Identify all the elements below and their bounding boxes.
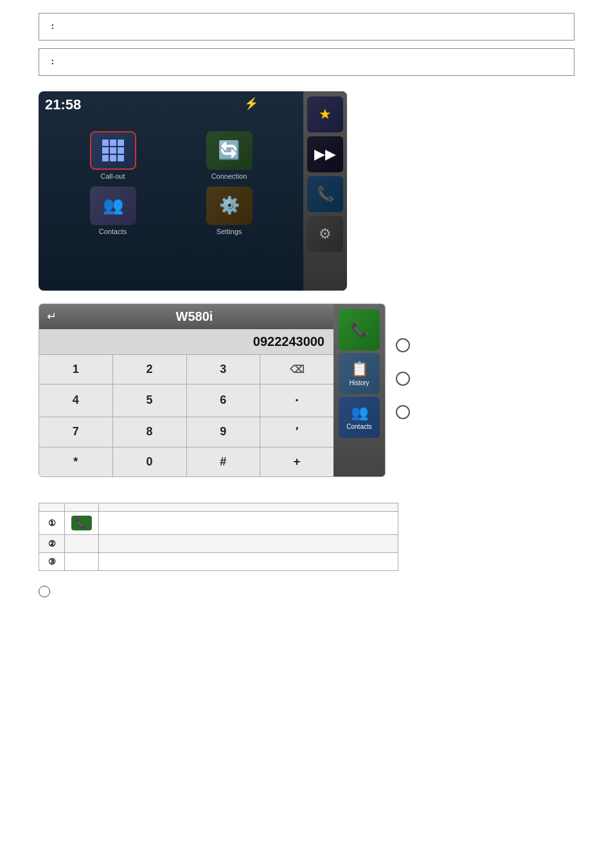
row3-icon <box>65 552 99 570</box>
table-row-1: ① 📞 <box>39 511 398 534</box>
dialpad-header: ↵ W580i <box>39 304 333 329</box>
key-dot[interactable]: · <box>260 384 333 417</box>
contacts-icon: 👥 <box>351 404 368 421</box>
phone-main-area: 21:58 ⚡ Call-out <box>39 91 303 291</box>
info-box-1-label: ： <box>48 21 57 31</box>
battery-icon: ⚡ <box>244 96 258 111</box>
phone-screen-container: 21:58 ⚡ Call-out <box>39 91 574 291</box>
dialpad-wrapper: ↵ W580i 0922243000 1 2 3 ⌫ 4 5 6 · 7 8 9… <box>39 303 574 490</box>
circle-3 <box>396 405 410 419</box>
key-5[interactable]: 5 <box>113 384 186 417</box>
key-apos[interactable]: ʼ <box>260 417 333 447</box>
dialpad-main: ↵ W580i 0922243000 1 2 3 ⌫ 4 5 6 · 7 8 9… <box>39 304 333 476</box>
row1-desc <box>99 511 398 534</box>
bottom-circle <box>39 586 50 597</box>
info-box-1: ： <box>39 13 574 41</box>
contacts-label: Contacts <box>346 423 371 430</box>
dialpad-right-panel: 📞 📋 History 👥 Contacts <box>333 304 385 476</box>
phone-time: 21:58 <box>45 96 81 113</box>
connection-icon: 🔄 <box>218 140 240 161</box>
key-hash[interactable]: # <box>187 448 260 476</box>
table-row-2: ② <box>39 534 398 552</box>
row3-desc <box>99 552 398 570</box>
col-num-header <box>39 503 65 511</box>
phone-icons-grid: Call-out 🔄 Connection 👥 Contacts <box>45 131 297 235</box>
key-4[interactable]: 4 <box>39 384 112 417</box>
row2-num: ② <box>39 534 65 552</box>
row2-icon <box>65 534 99 552</box>
dialpad-number-display: 0922243000 <box>39 329 333 355</box>
sidebar-music[interactable]: ▶▶ <box>307 136 343 172</box>
phone-screen: 21:58 ⚡ Call-out <box>39 91 347 291</box>
phone-sidebar: ★ ▶▶ 📞 ⚙ <box>303 91 347 291</box>
key-7[interactable]: 7 <box>39 417 112 447</box>
table-row-header <box>39 503 398 511</box>
row3-num: ③ <box>39 552 65 570</box>
bottom-section <box>39 584 574 599</box>
contacts-icon: 👥 <box>103 195 123 215</box>
table-row-3: ③ <box>39 552 398 570</box>
dialpad-title: W580i <box>63 309 326 324</box>
callout-label: Call-out <box>101 172 125 180</box>
col-icon-header <box>65 503 99 511</box>
circle-1 <box>396 338 410 352</box>
call-button[interactable]: 📞 <box>339 309 380 350</box>
key-2[interactable]: 2 <box>113 355 186 384</box>
key-0[interactable]: 0 <box>113 448 186 476</box>
history-button[interactable]: 📋 History <box>339 353 380 394</box>
reference-table: ① 📞 ② ③ <box>39 503 398 571</box>
contacts-button[interactable]: 👥 Contacts <box>339 397 380 438</box>
key-9[interactable]: 9 <box>187 417 260 447</box>
key-1[interactable]: 1 <box>39 355 112 384</box>
settings-icon: ⚙️ <box>219 195 240 215</box>
sidebar-phone[interactable]: 📞 <box>307 176 343 212</box>
phone-call-icon: 📞 <box>71 516 92 530</box>
settings-icon-item[interactable]: ⚙️ Settings <box>174 186 284 235</box>
circles-column <box>396 303 410 429</box>
settings-label: Settings <box>217 228 242 235</box>
key-delete[interactable]: ⌫ <box>260 355 333 384</box>
key-8[interactable]: 8 <box>113 417 186 447</box>
row1-icon: 📞 <box>65 511 99 534</box>
connection-icon-item[interactable]: 🔄 Connection <box>174 131 284 180</box>
info-box-2-label: ： <box>48 57 57 66</box>
bottom-text <box>39 584 574 599</box>
contacts-label: Contacts <box>99 228 127 235</box>
row1-num: ① <box>39 511 65 534</box>
circle-2 <box>396 372 410 386</box>
col-desc-header <box>99 503 398 511</box>
sidebar-star[interactable]: ★ <box>307 96 343 132</box>
key-plus[interactable]: + <box>260 448 333 476</box>
sidebar-gear[interactable]: ⚙ <box>307 216 343 252</box>
call-icon: 📞 <box>351 321 368 338</box>
dialpad-container: ↵ W580i 0922243000 1 2 3 ⌫ 4 5 6 · 7 8 9… <box>39 303 386 477</box>
dialpad-back-icon[interactable]: ↵ <box>47 309 57 323</box>
callout-icon-item[interactable]: Call-out <box>58 131 168 180</box>
key-6[interactable]: 6 <box>187 384 260 417</box>
info-box-2: ： <box>39 48 574 76</box>
key-star[interactable]: * <box>39 448 112 476</box>
history-icon: 📋 <box>351 361 368 377</box>
row2-desc <box>99 534 398 552</box>
key-3[interactable]: 3 <box>187 355 260 384</box>
dialpad-grid: 1 2 3 ⌫ 4 5 6 · 7 8 9 ʼ * 0 # + <box>39 355 333 476</box>
contacts-icon-item[interactable]: 👥 Contacts <box>58 186 168 235</box>
connection-label: Connection <box>211 172 247 180</box>
history-label: History <box>349 379 369 386</box>
